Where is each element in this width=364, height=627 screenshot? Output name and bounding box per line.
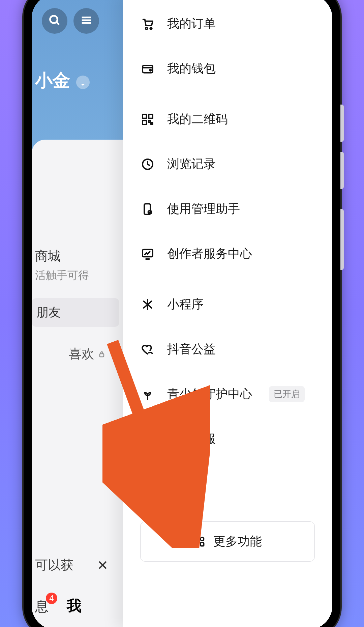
monitor-chart-icon bbox=[140, 247, 155, 261]
menu-item-label: 我的客服 bbox=[167, 431, 216, 447]
svg-point-6 bbox=[146, 27, 147, 29]
menu-item-orders[interactable]: 我的订单 bbox=[123, 1, 332, 46]
menu-divider bbox=[140, 279, 315, 279]
menu-divider bbox=[140, 94, 315, 94]
menu-item-label: 我的订单 bbox=[167, 16, 216, 32]
menu-item-label: 我的钱包 bbox=[167, 60, 216, 77]
menu-item-label: 创作者服务中心 bbox=[167, 246, 252, 262]
wallet-icon bbox=[140, 61, 155, 76]
menu-item-support[interactable]: 我的客服 bbox=[123, 417, 332, 461]
menu-item-wallet[interactable]: 我的钱包 bbox=[123, 46, 332, 91]
svg-point-9 bbox=[150, 69, 151, 71]
phone-check-icon bbox=[140, 202, 155, 217]
menu-item-label: 小程序 bbox=[167, 296, 204, 313]
heart-hand-icon bbox=[140, 342, 155, 357]
menu-divider bbox=[140, 509, 315, 509]
svg-rect-13 bbox=[149, 120, 150, 122]
more-features-label: 更多功能 bbox=[213, 533, 262, 550]
svg-rect-12 bbox=[143, 120, 147, 124]
menu-item-youth-center[interactable]: 青少年守护中心 已开启 bbox=[123, 372, 332, 417]
more-features-button[interactable]: 更多功能 bbox=[140, 521, 315, 562]
spark-icon bbox=[140, 297, 155, 312]
phone-frame: 小金 商城 活触手可得 朋友 喜欢 bbox=[24, 0, 340, 627]
side-panel: 我的订单 我的钱包 我的二维码 bbox=[123, 0, 332, 627]
phone-side-button bbox=[340, 152, 344, 189]
menu-item-label: 青少年守护中心 bbox=[167, 386, 252, 402]
headset-icon bbox=[140, 432, 155, 447]
grid-plus-icon bbox=[193, 535, 206, 548]
svg-rect-11 bbox=[149, 114, 153, 118]
sprout-icon bbox=[140, 387, 155, 402]
svg-rect-22 bbox=[150, 439, 153, 443]
menu-item-miniapps[interactable]: 小程序 bbox=[123, 282, 332, 327]
svg-rect-26 bbox=[201, 542, 204, 546]
svg-rect-10 bbox=[143, 114, 147, 118]
settings-hex-icon bbox=[140, 477, 155, 491]
svg-point-27 bbox=[201, 537, 204, 541]
phone-screen: 小金 商城 活触手可得 朋友 喜欢 bbox=[32, 0, 332, 627]
menu-item-label: 设置 bbox=[167, 476, 191, 492]
svg-point-7 bbox=[150, 27, 152, 29]
menu-item-label: 浏览记录 bbox=[167, 156, 216, 172]
youth-enabled-tag: 已开启 bbox=[269, 386, 305, 402]
svg-rect-14 bbox=[151, 123, 153, 124]
menu-item-qrcode[interactable]: 我的二维码 bbox=[123, 97, 332, 142]
menu-item-label: 我的二维码 bbox=[167, 111, 228, 127]
svg-point-23 bbox=[146, 482, 149, 485]
menu-item-label: 使用管理助手 bbox=[167, 201, 240, 217]
cart-icon bbox=[140, 17, 155, 31]
menu-item-creator-center[interactable]: 创作者服务中心 bbox=[123, 231, 332, 276]
svg-rect-24 bbox=[195, 537, 199, 541]
svg-rect-25 bbox=[195, 542, 199, 546]
phone-side-button bbox=[340, 209, 344, 270]
menu-item-history[interactable]: 浏览记录 bbox=[123, 142, 332, 187]
clock-icon bbox=[140, 157, 155, 172]
menu-item-settings[interactable]: 设置 bbox=[123, 461, 332, 506]
qrcode-icon bbox=[140, 112, 155, 127]
svg-rect-21 bbox=[143, 439, 145, 443]
side-menu: 我的订单 我的钱包 我的二维码 bbox=[123, 0, 332, 595]
phone-side-button bbox=[340, 105, 344, 142]
menu-item-usage-assistant[interactable]: 使用管理助手 bbox=[123, 187, 332, 231]
menu-item-charity[interactable]: 抖音公益 bbox=[123, 327, 332, 372]
menu-item-label: 抖音公益 bbox=[167, 341, 216, 358]
